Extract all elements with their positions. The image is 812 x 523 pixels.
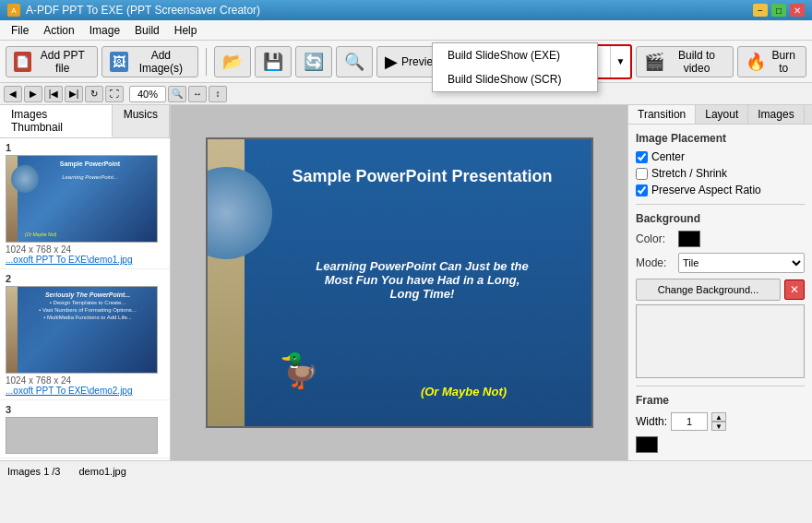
zoom-search-button[interactable]: 🔍 [168, 86, 186, 102]
thumb-number-3: 3 [6, 404, 164, 415]
secondary-toolbar: ◀ ▶ |◀ ▶| ↻ ⛶ 🔍 ↔ ↕ [0, 83, 812, 105]
title-bar-left: A A-PDF PPT To EXE (PPT Screensaver Crea… [7, 4, 260, 17]
refresh-button[interactable]: 🔄 [295, 46, 332, 77]
last-button[interactable]: ▶| [65, 86, 83, 102]
tab-images-thumbnail[interactable]: Images Thumbnail [0, 105, 113, 137]
zoom-input[interactable] [129, 86, 166, 102]
thumbnail-item-2[interactable]: 2 Seriously The PowerPoint... • Design T… [0, 269, 170, 400]
add-ppt-label: Add PPT file [35, 49, 90, 75]
tab-musics[interactable]: Musics [113, 105, 170, 137]
menu-action[interactable]: Action [36, 22, 81, 39]
burn-button[interactable]: 🔥 Burn to [737, 46, 806, 77]
search-button[interactable]: 🔍 [336, 46, 373, 77]
status-bar: Images 1 /3 demo1.jpg [0, 460, 812, 481]
menu-help[interactable]: Help [167, 22, 205, 39]
width-spinner: ▲ ▼ [711, 412, 726, 431]
menu-image[interactable]: Image [82, 22, 127, 39]
color-picker[interactable] [678, 231, 700, 247]
slide-body-line2: Most Fun You have Had in a Long, [263, 273, 582, 287]
frame-color-picker[interactable] [636, 436, 658, 453]
width-input[interactable] [671, 412, 708, 431]
app-icon: A [7, 4, 20, 17]
minimize-button[interactable]: − [753, 4, 768, 17]
thumb-path-1[interactable]: ...oxoft PPT To EXE\demo1.jpg [6, 255, 164, 265]
search-icon: 🔍 [344, 52, 364, 72]
preserve-checkbox[interactable] [636, 184, 648, 196]
build-exe-item[interactable]: Build SlideShow (EXE) [433, 43, 597, 67]
thumb-path-2[interactable]: ...oxoft PPT To EXE\demo2.jpg [6, 386, 164, 396]
build-slideshow-dropdown[interactable]: ▼ [611, 46, 631, 77]
tab-layout[interactable]: Layout [696, 105, 748, 124]
add-ppt-button[interactable]: 📄 Add PPT file [6, 46, 98, 77]
build-video-button[interactable]: 🎬 Build to video [636, 46, 733, 77]
mode-row: Mode: Tile Stretch Center None [636, 253, 805, 273]
title-bar: A A-PDF PPT To EXE (PPT Screensaver Crea… [0, 0, 812, 20]
slide-subtitle: (Or Maybe Not) [346, 385, 582, 398]
thumbnail-item-1[interactable]: 1 Sample PowerPoint Learning PowerPoint.… [0, 138, 170, 269]
first-button[interactable]: |◀ [44, 86, 63, 102]
add-ppt-icon: 📄 [14, 52, 31, 72]
center-row: Center [636, 150, 805, 163]
right-panel: Transition Layout Images Image Placement… [627, 105, 812, 460]
thumb-number-2: 2 [6, 273, 164, 284]
spin-down-button[interactable]: ▼ [711, 422, 726, 431]
width-label: Width: [636, 415, 667, 428]
open-button[interactable]: 📂 [214, 46, 251, 77]
close-button[interactable]: ✕ [790, 4, 805, 17]
slide-body-line3: Long Time! [263, 287, 582, 301]
fit-button[interactable]: ⛶ [105, 86, 124, 102]
background-title: Background [636, 212, 805, 225]
change-background-button[interactable]: Change Background... [636, 279, 781, 301]
left-panel: Images Thumbnail Musics 1 Sample PowerPo… [0, 105, 171, 460]
play-button[interactable]: ▶ [24, 86, 42, 102]
rotate-button[interactable]: ↻ [85, 86, 103, 102]
divider-1 [636, 204, 805, 205]
build-video-icon: 🎬 [644, 52, 664, 72]
build-scr-item[interactable]: Build SlideShow (SCR) [433, 67, 597, 91]
left-tab-bar: Images Thumbnail Musics [0, 105, 170, 138]
frame-title: Frame [636, 394, 805, 407]
thumb-image-1: Sample PowerPoint Learning PowerPoint...… [6, 155, 158, 243]
thumb-number-1: 1 [6, 142, 164, 153]
maximize-button[interactable]: □ [771, 4, 786, 17]
toolbar-separator-1 [206, 48, 207, 76]
zoom-control: 🔍 ↔ ↕ [129, 86, 227, 102]
add-image-label: Add Image(s) [132, 49, 191, 75]
zoom-height-button[interactable]: ↕ [209, 86, 227, 102]
stretch-row: Stretch / Shrink [636, 167, 805, 180]
mode-select[interactable]: Tile Stretch Center None [678, 253, 805, 273]
clear-background-button[interactable]: ✕ [784, 279, 805, 300]
build-video-label: Build to video [668, 49, 724, 75]
thumbnail-item-3[interactable]: 3 [0, 400, 170, 458]
app-title: A-PDF PPT To EXE (PPT Screensaver Creato… [26, 4, 260, 17]
save-icon: 💾 [263, 52, 283, 72]
spin-up-button[interactable]: ▲ [711, 412, 726, 422]
thumb-image-2: Seriously The PowerPoint... • Design Tem… [6, 286, 158, 374]
divider-2 [636, 386, 805, 386]
open-icon: 📂 [222, 52, 243, 72]
add-image-button[interactable]: 🖼 Add Image(s) [102, 46, 198, 77]
burn-label: Burn to [770, 49, 798, 75]
slide-title: Sample PowerPoint Presentation [263, 167, 582, 186]
images-count: Images 1 /3 [7, 466, 60, 477]
prev-button[interactable]: ◀ [4, 86, 22, 102]
thumb-size-1: 1024 x 768 x 24 [6, 244, 164, 255]
burn-icon: 🔥 [746, 52, 766, 72]
preview-icon: ▶ [385, 52, 398, 72]
tab-images[interactable]: Images [748, 105, 804, 124]
tab-transition[interactable]: Transition [628, 105, 696, 124]
center-checkbox[interactable] [636, 151, 648, 163]
change-bg-row: Change Background... ✕ [636, 279, 805, 301]
menu-build[interactable]: Build [127, 22, 167, 39]
slide-duck: 🦆 [263, 334, 337, 408]
color-label: Color: [636, 232, 673, 245]
save-button[interactable]: 💾 [255, 46, 292, 77]
main-toolbar: 📄 Add PPT file 🖼 Add Image(s) 📂 💾 🔄 🔍 ▶ … [0, 41, 812, 83]
preserve-row: Preserve Aspect Ratio [636, 184, 805, 196]
stretch-checkbox[interactable] [636, 168, 648, 180]
menu-file[interactable]: File [4, 22, 36, 39]
preserve-label: Preserve Aspect Ratio [651, 184, 761, 196]
add-image-icon: 🖼 [110, 52, 127, 72]
center-label: Center [651, 150, 685, 163]
zoom-fit-button[interactable]: ↔ [188, 86, 207, 102]
